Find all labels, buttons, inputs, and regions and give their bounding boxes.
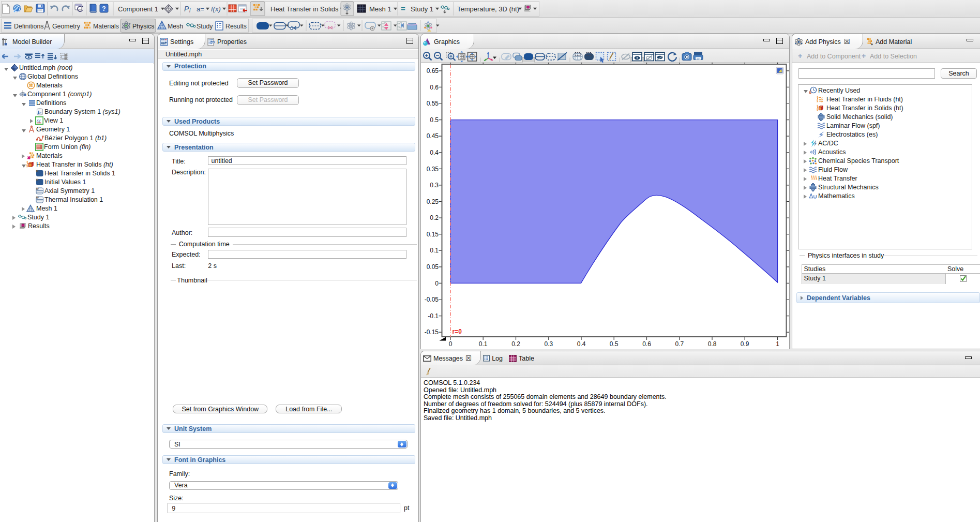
svg-text:0.4: 0.4	[430, 149, 439, 156]
svg-text:a=: a=	[197, 5, 204, 13]
svg-text:0.65: 0.65	[427, 67, 439, 74]
svg-text:1: 1	[776, 340, 779, 348]
svg-text:0: 0	[449, 340, 453, 348]
svg-text:xy: xy	[37, 117, 41, 122]
svg-text:0.1: 0.1	[430, 247, 439, 254]
svg-text:Temperature, 3D (ht): Temperature, 3D (ht)	[457, 5, 519, 13]
svg-text:0.5: 0.5	[610, 340, 619, 348]
svg-text:Mesh 1: Mesh 1	[369, 5, 391, 13]
svg-text:Heat Transfer in Solids: Heat Transfer in Solids	[270, 5, 339, 13]
svg-text:0.4: 0.4	[577, 340, 586, 348]
svg-text:0.45: 0.45	[427, 132, 439, 140]
svg-text:0.05: 0.05	[427, 263, 439, 271]
svg-text:0.55: 0.55	[427, 100, 439, 107]
svg-text:0.6: 0.6	[430, 84, 439, 91]
svg-text:0.5: 0.5	[430, 116, 439, 124]
svg-text:0.8: 0.8	[708, 340, 717, 348]
svg-text:Component 1: Component 1	[118, 5, 158, 13]
svg-text:0.3: 0.3	[544, 340, 553, 348]
svg-text:-0.1: -0.1	[428, 312, 439, 320]
svg-text:i: i	[189, 8, 191, 13]
svg-text:0.7: 0.7	[675, 340, 684, 348]
svg-text:0.9: 0.9	[741, 340, 749, 348]
svg-text:0.3: 0.3	[430, 182, 439, 189]
svg-text:0.35: 0.35	[427, 166, 439, 173]
svg-text:0.6: 0.6	[642, 340, 651, 348]
svg-text:P: P	[184, 5, 189, 13]
svg-text:f(x): f(x)	[211, 5, 221, 13]
svg-text:Study 1: Study 1	[411, 5, 433, 13]
svg-text:-0.05: -0.05	[425, 296, 439, 303]
svg-text:0.15: 0.15	[427, 231, 439, 238]
svg-text:0.2: 0.2	[430, 214, 439, 221]
svg-text:0: 0	[435, 280, 439, 287]
svg-text:r=0: r=0	[453, 328, 462, 335]
svg-text:0.2: 0.2	[511, 340, 520, 348]
svg-text:0.1: 0.1	[479, 340, 488, 348]
svg-text:=: =	[401, 4, 405, 13]
svg-text:?: ?	[102, 5, 105, 12]
svg-text:-0.15: -0.15	[425, 329, 439, 336]
svg-text:0.25: 0.25	[427, 198, 439, 205]
